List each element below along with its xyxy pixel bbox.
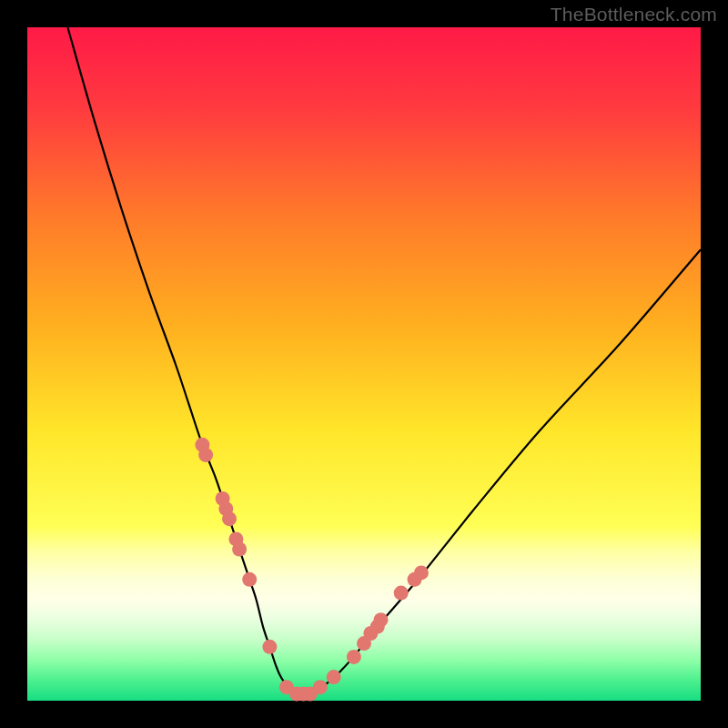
data-point-marker <box>242 572 257 587</box>
data-point-marker <box>347 650 361 664</box>
data-point-marker <box>262 640 277 654</box>
bottleneck-curve <box>67 27 701 695</box>
chart-overlay <box>27 27 701 701</box>
data-point-marker <box>327 670 341 684</box>
data-point-marker <box>414 565 429 580</box>
data-point-marker <box>394 586 409 601</box>
data-point-marker <box>198 448 213 462</box>
data-point-marker <box>374 612 389 627</box>
chart-frame: TheBottleneck.com <box>0 0 728 728</box>
data-point-marker <box>313 680 328 694</box>
watermark-text: TheBottleneck.com <box>551 4 717 25</box>
data-point-marker <box>232 542 247 557</box>
data-point-marker <box>222 511 237 526</box>
